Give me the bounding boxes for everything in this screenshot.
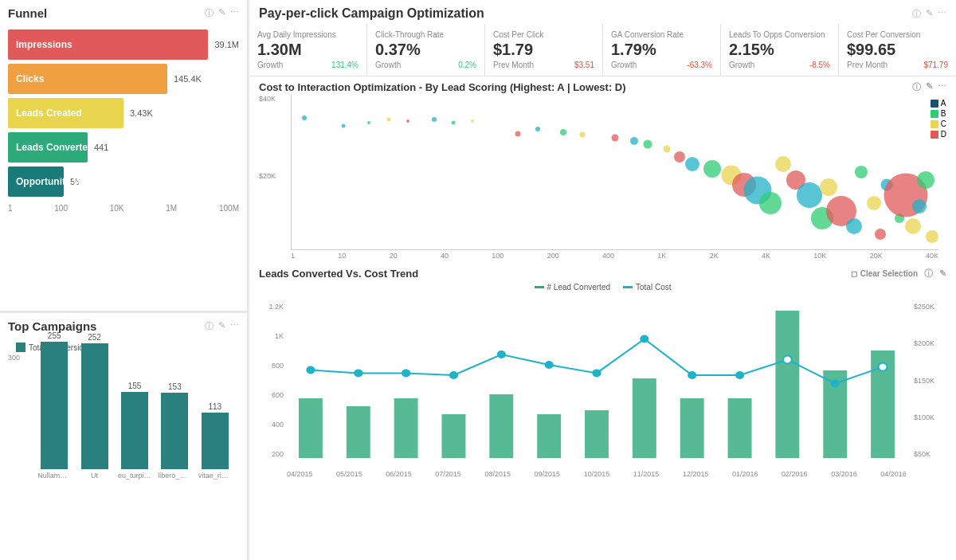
kpi-sub: Prev Month $71.79 — [847, 61, 948, 69]
funnel-bar-value: 441 — [94, 143, 108, 152]
funnel-bar-row[interactable]: Impressions 39.1M — [8, 29, 239, 60]
ppc-info-icon[interactable]: ⓘ — [912, 8, 921, 20]
camp-info-icon[interactable]: ⓘ — [205, 320, 214, 332]
scatter-bubble — [302, 116, 307, 120]
funnel-bar-row[interactable]: Opportunity Won 58 — [8, 166, 239, 197]
line-bar — [728, 398, 752, 458]
bar-label: Nullam_jobortis... — [37, 472, 71, 480]
legend-item: B — [931, 109, 946, 118]
campaign-bar-item[interactable]: 155 eu_turpis_Nulla... — [118, 382, 151, 480]
funnel-bar-label: Clicks — [16, 73, 44, 84]
funnel-bar-row[interactable]: Leads Converted 441 — [8, 132, 239, 163]
line-dot — [498, 351, 505, 358]
line-edit-icon[interactable]: ✎ — [939, 268, 946, 279]
campaigns-y-axis: 300 — [8, 352, 30, 480]
scatter-bubble — [759, 192, 782, 214]
kpi-card-2: Cost Per Click $1.79 Prev Month $3.51 — [485, 24, 603, 76]
bar-legend-color — [16, 343, 25, 352]
scatter-x-label: 400 — [602, 252, 614, 260]
line-x-label: 02/2016 — [782, 470, 808, 478]
campaigns-chart: 300 255 Nullam_jobortis... 252 Ut 155 eu… — [8, 352, 239, 480]
kpi-value: 0.37% — [375, 41, 476, 59]
campaign-bar-item[interactable]: 252 Ut — [78, 333, 112, 480]
line-x-label: 07/2015 — [435, 470, 461, 478]
scatter-bubble — [775, 156, 791, 172]
scatter-x-label: 20K — [870, 252, 883, 260]
ppc-more-icon[interactable]: ⋯ — [938, 8, 946, 20]
line-dot — [594, 370, 601, 376]
line-x-labels: 04/201505/201506/201507/201508/201509/20… — [287, 470, 907, 478]
clear-selection[interactable]: ◻ Clear Selection — [851, 269, 918, 278]
ppc-edit-icon[interactable]: ✎ — [926, 8, 933, 20]
line-bar — [347, 406, 370, 458]
funnel-bar-row[interactable]: Clicks 145.4K — [8, 64, 239, 94]
scatter-x-label: 4K — [762, 252, 770, 260]
funnel-bar-value: 3.43K — [130, 108, 153, 118]
bar-value: 155 — [128, 382, 142, 390]
line-y-left: 1.2K1K800600400200 — [259, 303, 287, 458]
scatter-chart — [291, 95, 938, 250]
bar-rect — [121, 392, 148, 469]
line-bar — [489, 394, 513, 458]
line-chart-title: Leads Converted Vs. Cost Trend ◻ Clear S… — [259, 268, 946, 280]
line-dot — [307, 367, 314, 374]
funnel-bar-label: Opportunity Won — [16, 176, 94, 187]
scatter-bubble — [535, 127, 540, 131]
line-x-label: 10/2015 — [584, 470, 610, 478]
scatter-info-icon[interactable]: ⓘ — [912, 81, 921, 93]
line-x-label: 06/2015 — [386, 470, 412, 478]
line-dot — [546, 362, 553, 368]
line-bar — [633, 378, 656, 458]
camp-more-icon[interactable]: ⋯ — [230, 320, 239, 332]
bar-value: 153 — [168, 382, 182, 391]
scatter-bubble — [367, 121, 370, 124]
line-dot — [688, 372, 695, 378]
line-info-icon[interactable]: ⓘ — [924, 268, 933, 280]
scatter-bubble — [905, 218, 921, 234]
line-dot — [736, 372, 743, 378]
kpi-name: Cost Per Click — [493, 30, 594, 39]
scatter-more-icon[interactable]: ⋯ — [938, 81, 946, 93]
edit-icon[interactable]: ✎ — [218, 7, 225, 19]
line-y-right: $250K$200K$150K$100K$50K — [911, 303, 946, 458]
info-icon[interactable]: ⓘ — [205, 7, 214, 19]
campaign-bar-item[interactable]: 113 vitae_risus_d... — [198, 402, 232, 480]
kpi-sub: Growth 0.2% — [375, 61, 476, 69]
bar-group: 255 Nullam_jobortis... 252 Ut 155 eu_tur… — [30, 352, 239, 480]
kpi-name: Click-Through Rate — [375, 30, 476, 39]
line-x-label: 05/2015 — [336, 470, 362, 478]
kpi-name: Avg Daily Impressions — [257, 30, 358, 39]
camp-edit-icon[interactable]: ✎ — [218, 320, 225, 332]
more-icon[interactable]: ⋯ — [230, 7, 239, 19]
funnel-bar-label: Leads Created — [16, 108, 82, 119]
line-x-label: 04/2015 — [287, 470, 313, 478]
line-bar — [299, 398, 323, 458]
scatter-x-label: 20 — [390, 252, 398, 260]
line-chart-svg — [287, 303, 907, 458]
scatter-title: Cost to Interaction Optimization - By Le… — [259, 81, 946, 93]
kpi-card-4: Leads To Opps Conversion 2.15% Growth -8… — [721, 24, 839, 76]
funnel-title: Funnel — [8, 6, 47, 20]
scatter-x-label: 10 — [338, 252, 346, 260]
bar-label: eu_turpis_Nulla... — [118, 472, 151, 480]
scatter-bubble — [643, 140, 652, 149]
funnel-bar-row[interactable]: Leads Created 3.43K — [8, 98, 239, 128]
scatter-x-label: 40 — [441, 252, 449, 260]
scatter-x-label: 200 — [547, 252, 559, 260]
campaign-bar-item[interactable]: 255 Nullam_jobortis... — [37, 331, 71, 480]
line-bar — [442, 414, 466, 458]
scatter-bubble — [703, 160, 721, 178]
bar-value: 252 — [88, 333, 101, 342]
funnel-axis-label: 100M — [219, 204, 239, 213]
scatter-edit-icon[interactable]: ✎ — [926, 81, 933, 93]
kpi-name: Leads To Opps Conversion — [729, 30, 830, 39]
funnel-axis-label: 1M — [166, 204, 177, 213]
line-dot — [641, 336, 648, 343]
scatter-bubble — [867, 196, 881, 210]
scatter-bubble — [674, 151, 685, 163]
bar-rect — [202, 413, 229, 469]
campaign-bar-item[interactable]: 153 libero_Morbi_ac... — [158, 382, 191, 480]
line-bar — [537, 414, 561, 458]
legend-item: A — [931, 99, 946, 108]
scatter-bubble — [630, 137, 638, 145]
